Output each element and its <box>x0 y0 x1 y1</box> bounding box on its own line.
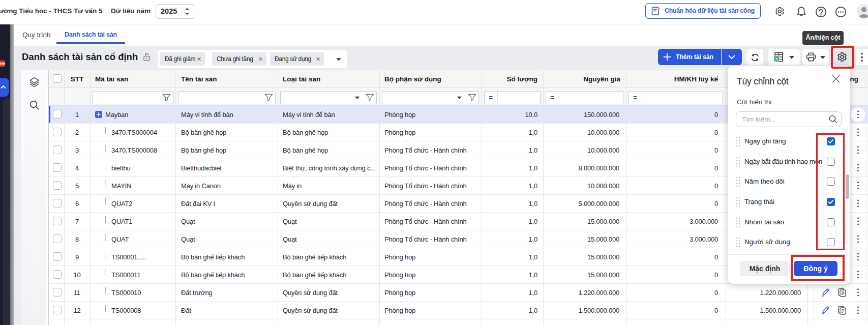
svg-text:X: X <box>775 56 778 62</box>
